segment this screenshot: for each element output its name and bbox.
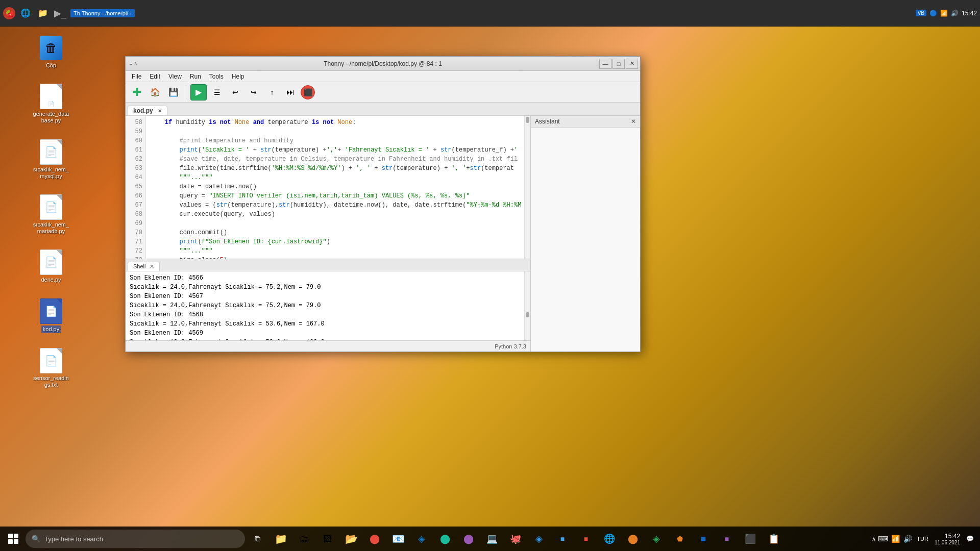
editor-scrollbar[interactable] [524,116,530,259]
shell-content[interactable]: Son Eklenen ID: 4566 Sıcaklık = 24.0,Fah… [126,271,530,340]
blue2-icon: ◈ [533,533,545,545]
taskbar-app-folder[interactable]: 📂 [340,528,362,550]
thonny-title: Thonny - /home/pi/Desktop/kod.py @ 84 : … [130,60,636,67]
code-editor[interactable]: 58 59 60 61 62 63 64 65 66 67 68 69 70 7… [126,116,530,259]
menu-edit[interactable]: Edit [145,71,164,82]
taskbar-app-thonny[interactable]: 💻 [481,528,503,550]
vscode-icon: ◈ [415,533,428,545]
network-icon[interactable]: 📶 [890,528,900,550]
generate-db-label: generate_database.py [33,111,69,124]
taskbar-app-purple[interactable]: ⬤ [457,528,480,550]
tab-close-button[interactable]: ✕ [158,108,162,114]
step-out-button[interactable]: ↑ [264,84,280,101]
run-button[interactable]: ▶ [190,84,207,101]
kod-icon[interactable]: 📄 kod.py [31,299,71,333]
purple-icon: ⬤ [462,533,475,545]
taskbar-app-filemanager[interactable]: 🗂 [293,528,315,550]
shell-line: Son Eklenen ID: 4568 [130,310,526,319]
taskbar-app-fileexplorer[interactable]: 📁 [270,528,292,550]
taskbar-clock[interactable]: 15:42 11.06.2021 [933,533,962,545]
filemanager-icon[interactable]: 📁 [36,6,50,20]
dene-icon[interactable]: 📄 dene.py [31,250,71,283]
debug-button[interactable]: ☰ [209,84,225,101]
thonny-close-button[interactable]: ✕ [626,59,638,69]
terminal-icon[interactable]: ▶_ [53,6,67,20]
square-icon: ⬛ [744,533,756,545]
tab-label: kod.py [133,107,153,114]
taskbar-app-red[interactable]: ⬤ [363,528,386,550]
code-content[interactable]: if humidity is not None and temperature … [146,116,524,259]
orange2-icon: ⬟ [674,533,686,545]
menu-tools[interactable]: Tools [205,71,228,82]
stop-button[interactable]: ⬛ [301,85,315,99]
thonny-maximize-button[interactable]: □ [612,59,625,69]
shell-area: Shell ✕ Son Eklenen ID: 4566 Sıcaklık = … [126,259,530,340]
thonny-toolbar: ✚ 🏠 💾 ▶ ☰ ↩ ↪ ↑ ⏭ ⬛ [126,82,640,103]
save-file-button[interactable]: 💾 [165,84,182,101]
taskbar-app-email[interactable]: 📧 [387,528,409,550]
menu-help[interactable]: Help [228,71,249,82]
filemanager-icon: 🗂 [298,533,310,545]
photos-icon: 🖼 [322,533,334,545]
step-over-button[interactable]: ↩ [227,84,243,101]
sicaklik-nem-mysql-icon[interactable]: 📄 sıcaklık_nem_mysql.py [31,140,71,180]
taskbar-app-photos[interactable]: 🖼 [316,528,339,550]
raspberry-icon[interactable]: 🍓 [3,7,15,19]
email-icon: 📧 [392,533,404,545]
taskbar-app-orange2[interactable]: ⬟ [669,528,691,550]
clock-time: 15:42 [935,533,960,540]
show-hidden-icons-button[interactable]: ∧ [872,536,876,542]
thonny-content: 58 59 60 61 62 63 64 65 66 67 68 69 70 7… [126,116,640,352]
sicaklik-nem-mariadb-icon[interactable]: 📄 sıcaklık_nem_mariadb.py [31,195,71,235]
shell-tab-close[interactable]: ✕ [150,263,154,269]
taskbar-app-vscode[interactable]: ◈ [410,528,433,550]
resume-button[interactable]: ⏭ [282,84,299,101]
task-view-button[interactable]: ⧉ [246,528,268,550]
assistant-close-button[interactable]: ✕ [631,118,636,125]
thonny-minimize-button[interactable]: — [599,59,611,69]
new-file-button[interactable]: ✚ [129,84,145,101]
shell-scrollbar[interactable] [524,271,530,340]
sensor-readings-icon[interactable]: 📄 sensor_readings.txt [31,348,71,388]
open-file-button[interactable]: 🏠 [147,84,163,101]
assistant-label: Assistant [535,118,560,125]
shell-line: Son Eklenen ID: 4566 [130,273,526,283]
menu-run[interactable]: Run [186,71,205,82]
taskbar-app-browser[interactable]: 🌐 [598,528,621,550]
taskbar-app-blue4[interactable]: ■ [692,528,715,550]
thonny-tabs: kod.py ✕ [126,103,640,116]
taskbar-app-terminal2[interactable]: ⬤ [434,528,456,550]
taskbar-app-orange[interactable]: ⬤ [622,528,644,550]
generate-database-icon[interactable]: 📄 generate_database.py [31,84,71,124]
sensor-readings-label: sensor_readings.txt [33,375,69,388]
browser-icon[interactable]: 🌐 [18,6,33,20]
menu-view[interactable]: View [164,71,186,82]
tab-kod-py[interactable]: kod.py ✕ [128,106,167,115]
kod-label: kod.py [41,325,61,333]
menu-file[interactable]: File [128,71,145,82]
orange-icon: ⬤ [627,533,639,545]
taskbar-app-github[interactable]: 🐙 [504,528,527,550]
taskbar-app-red2[interactable]: ■ [575,528,597,550]
taskbar-app-blue2[interactable]: ◈ [528,528,550,550]
taskbar-app-purple2[interactable]: ■ [716,528,738,550]
assistant-header: Assistant ✕ [531,116,640,128]
language-selector[interactable]: TUR [915,536,930,542]
taskbar-app-blue3[interactable]: ■ [551,528,574,550]
desktop: 🍓 🌐 📁 ▶_ Th Thonny - /home/pi/.. VB 🔵 📶 … [0,0,980,551]
shell-tab[interactable]: Shell ✕ [128,262,160,271]
start-button[interactable] [2,528,24,550]
taskbar-app-square[interactable]: ⬛ [739,528,762,550]
step-into-button[interactable]: ↪ [246,84,262,101]
shell-tabs: Shell ✕ [126,259,530,271]
browser-tb-icon: 🌐 [603,533,616,545]
trash-icon-desktop[interactable]: 🗑 Çöp [31,36,71,69]
taskbar-app-clipboard[interactable]: 📋 [763,528,785,550]
taskbar-search[interactable]: 🔍 Type here to search [26,530,245,548]
thonny-taskbar-icon[interactable]: Th Thonny - /home/pi/.. [70,9,135,17]
volume-sys-icon[interactable]: 🔊 [902,528,913,550]
notification-icon[interactable]: 💬 [966,535,974,542]
taskbar-app-green[interactable]: ◈ [645,528,668,550]
terminal2-icon: ⬤ [439,533,451,545]
keyboard-icon[interactable]: ⌨ [878,528,888,550]
